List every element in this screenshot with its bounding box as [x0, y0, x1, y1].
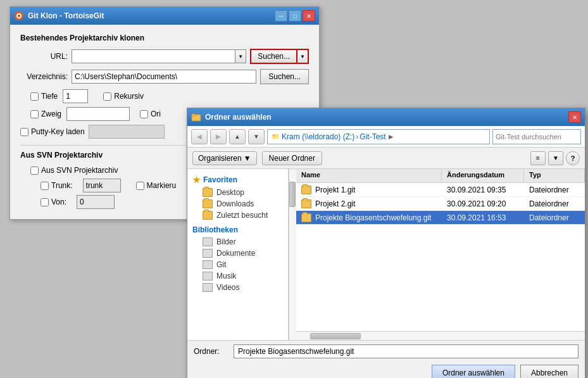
folder-name-row: Ordner:	[187, 341, 585, 362]
videos-label: Videos	[216, 283, 239, 292]
sidebar-item-bilder[interactable]: Bilder	[187, 236, 288, 248]
minimize-button[interactable]: ─	[275, 10, 287, 22]
sidebar-item-recent[interactable]: Zuletzt besucht	[187, 210, 288, 221]
app-icon	[14, 11, 24, 21]
sidebar-item-downloads[interactable]: Downloads	[187, 198, 288, 210]
forward-button[interactable]: ▶	[210, 129, 227, 144]
zweig-label: Zweig	[41, 110, 61, 118]
svn-checkbox-label: Aus SVN Projektarchiv	[41, 166, 118, 175]
markierung-checkbox[interactable]	[136, 182, 144, 190]
file-row-1[interactable]: Projekt 2.git 30.09.2021 09:20 Dateiordn…	[296, 197, 585, 211]
file-type-1: Dateiordner	[524, 198, 585, 210]
maximize-button[interactable]: □	[289, 10, 301, 22]
verzeichnis-suchen-button[interactable]: Suchen...	[260, 69, 309, 84]
file-name-text-0: Projekt 1.git	[315, 186, 355, 194]
sidebar-scrollbar[interactable]	[289, 169, 296, 340]
organize-button[interactable]: Organisieren ▼	[192, 151, 257, 165]
up-button[interactable]: ▲	[229, 129, 246, 144]
address-bar: ◀ ▶ ▲ ▼ 📁 Kram (\\eldorado) (Z:) › Git-T…	[187, 126, 585, 148]
markierung-checkbox-item: Markieru	[136, 181, 177, 190]
folder-dialog-icon	[191, 112, 201, 122]
url-combo-arrow[interactable]: ▼	[235, 49, 246, 63]
col-header-type[interactable]: Typ	[524, 169, 585, 182]
zweig-checkbox-item: Zweig	[30, 110, 61, 118]
recent-folder-icon	[203, 211, 213, 220]
ori-checkbox[interactable]	[140, 110, 148, 118]
favoriten-header[interactable]: ★ Favoriten	[187, 173, 288, 187]
url-input[interactable]	[72, 49, 235, 63]
file-folder-icon-0	[301, 186, 311, 194]
file-date-0: 30.09.2021 09:35	[442, 184, 524, 196]
file-folder-icon-1	[301, 199, 311, 208]
suchen-main-button[interactable]: Suchen...	[250, 49, 297, 64]
col-header-date[interactable]: Änderungsdatum	[442, 169, 524, 182]
putty-key-input[interactable]	[89, 125, 165, 139]
verzeichnis-input[interactable]	[72, 70, 256, 84]
horizontal-scrollbar[interactable]	[296, 331, 585, 340]
suchen-btn-group: Suchen... ▼	[250, 49, 309, 64]
search-box[interactable]	[492, 129, 581, 144]
ori-checkbox-item: Ori	[140, 110, 161, 118]
folder-content: ★ Favoriten Desktop Downloads Zuletzt be…	[187, 169, 585, 340]
zweig-checkbox[interactable]	[30, 110, 39, 118]
search-input[interactable]	[496, 133, 583, 141]
bilder-label: Bilder	[216, 237, 236, 246]
star-icon: ★	[192, 175, 201, 185]
downloads-label: Downloads	[216, 199, 254, 208]
musik-label: Musik	[216, 272, 236, 280]
ori-label: Ori	[151, 110, 161, 118]
git-label: Git	[216, 260, 226, 269]
file-name-text-1: Projekt 2.git	[315, 199, 355, 208]
path-segment-2[interactable]: Git-Test	[360, 132, 385, 141]
suchen-arrow-button[interactable]: ▼	[297, 49, 309, 64]
zweig-input[interactable]	[66, 107, 130, 121]
sidebar-item-videos[interactable]: Videos	[187, 282, 288, 293]
folder-dialog: Ordner auswählen ✕ ◀ ▶ ▲ ▼ 📁 Kram (\\eld…	[187, 108, 585, 378]
help-button[interactable]: ?	[566, 151, 580, 165]
chevron-1: ›	[356, 132, 358, 141]
putty-checkbox[interactable]	[20, 128, 28, 136]
svg-rect-4	[192, 114, 196, 116]
select-folder-button[interactable]: Ordner auswählen	[432, 365, 515, 378]
back-button[interactable]: ◀	[191, 129, 208, 144]
view-list-button[interactable]: ≡	[530, 151, 546, 165]
trunk-checkbox[interactable]	[41, 182, 49, 190]
file-row-0[interactable]: Projekt 1.git 30.09.2021 09:35 Dateiordn…	[296, 183, 585, 197]
new-folder-button[interactable]: Neuer Ordner	[262, 151, 322, 165]
sidebar-scrollbar-thumb[interactable]	[289, 182, 296, 207]
von-checkbox-item: Von:	[41, 198, 66, 206]
address-path[interactable]: 📁 Kram (\\eldorado) (Z:) › Git-Test ►	[267, 129, 490, 144]
sidebar-panel: ★ Favoriten Desktop Downloads Zuletzt be…	[187, 169, 289, 340]
ordner-label: Ordner:	[194, 347, 228, 356]
verzeichnis-label: Verzeichnis:	[20, 72, 68, 81]
folder-close-button[interactable]: ✕	[568, 111, 581, 123]
rekursiv-checkbox[interactable]	[103, 92, 111, 101]
h-scrollbar-thumb[interactable]	[310, 333, 361, 339]
sidebar-item-desktop[interactable]: Desktop	[187, 187, 288, 198]
sidebar-item-musik[interactable]: Musik	[187, 270, 288, 282]
file-name-1: Projekt 2.git	[296, 198, 442, 210]
path-segment-1[interactable]: Kram (\\eldorado) (Z:)	[282, 132, 354, 141]
tiefe-input[interactable]	[63, 89, 88, 103]
von-input[interactable]	[77, 195, 115, 209]
trunk-input[interactable]	[83, 179, 121, 192]
svn-checkbox[interactable]	[30, 167, 39, 175]
bibliotheken-header[interactable]: Bibliotheken	[187, 224, 288, 236]
ordner-input[interactable]	[234, 344, 579, 358]
chevron-2: ►	[387, 132, 395, 141]
desktop-label: Desktop	[216, 188, 244, 197]
file-list-header: Name Änderungsdatum Typ	[296, 169, 585, 183]
putty-checkbox-item: Putty-Key laden	[20, 127, 85, 136]
close-button[interactable]: ✕	[303, 10, 315, 22]
tiefe-checkbox[interactable]	[30, 92, 39, 101]
cancel-button[interactable]: Abbrechen	[520, 365, 579, 378]
view-dropdown-button[interactable]: ▼	[548, 151, 563, 165]
von-checkbox[interactable]	[41, 198, 49, 206]
sidebar-item-dokumente[interactable]: Dokumente	[187, 248, 288, 259]
main-title-bar: Git Klon - TortoiseGit ─ □ ✕	[10, 7, 319, 25]
col-header-name[interactable]: Name	[296, 169, 442, 182]
trunk-checkbox-item: Trunk:	[41, 181, 73, 190]
recent-button[interactable]: ▼	[248, 129, 265, 144]
sidebar-item-git[interactable]: Git	[187, 259, 288, 270]
file-row-2[interactable]: Projekte Biogasentschwefelung.git 30.09.…	[296, 211, 585, 225]
